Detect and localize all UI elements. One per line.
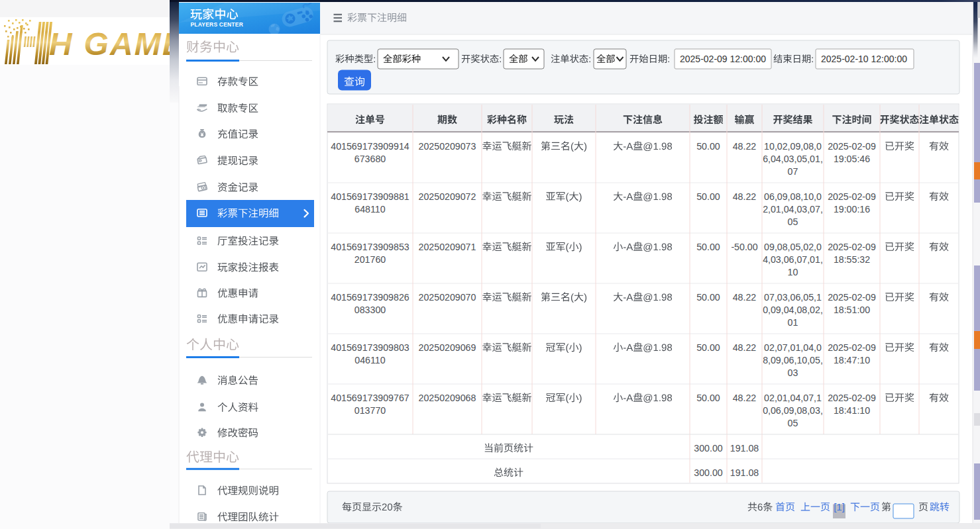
svg-text:2025-02-10 12:00:00: 2025-02-10 12:00:00 (821, 54, 907, 64)
svg-text:10,02,09,08,0: 10,02,09,08,0 (764, 141, 822, 152)
svg-text:20250209068: 20250209068 (419, 393, 476, 403)
svg-text:673680: 673680 (354, 154, 386, 164)
svg-text:07: 07 (788, 166, 798, 177)
svg-text:[1]: [1] (834, 501, 845, 512)
svg-text:50.00: 50.00 (696, 342, 720, 353)
svg-text:48.22: 48.22 (733, 342, 757, 353)
svg-text:PLAYERS CENTER: PLAYERS CENTER (191, 21, 243, 28)
svg-text:-50.00: -50.00 (731, 242, 757, 252)
svg-text:6,04,03,05,01,: 6,04,03,05,01, (763, 154, 823, 164)
svg-text:05: 05 (788, 418, 798, 428)
svg-text:50.00: 50.00 (696, 141, 720, 152)
svg-text:20250209071: 20250209071 (419, 242, 476, 252)
svg-text:013770: 013770 (354, 405, 386, 416)
svg-text:05: 05 (788, 216, 798, 227)
svg-text:50.00: 50.00 (696, 393, 720, 403)
svg-text:48.22: 48.22 (733, 191, 757, 202)
svg-text:03: 03 (788, 367, 798, 378)
svg-text:2025-02-09: 2025-02-09 (828, 242, 876, 252)
svg-text:18:47:10: 18:47:10 (834, 355, 870, 365)
svg-text:401569173909803: 401569173909803 (331, 342, 409, 353)
svg-text:48.22: 48.22 (733, 393, 757, 403)
svg-text:2025-02-09: 2025-02-09 (828, 342, 876, 353)
svg-text:06,09,08,10,0: 06,09,08,10,0 (764, 191, 822, 202)
svg-text:10: 10 (788, 267, 798, 277)
svg-text:401569173909881: 401569173909881 (331, 191, 409, 202)
svg-text:09,08,05,02,0: 09,08,05,02,0 (764, 242, 822, 252)
svg-text:02,07,01,04,0: 02,07,01,04,0 (764, 342, 822, 353)
svg-text:300.00: 300.00 (694, 467, 723, 478)
svg-text:50.00: 50.00 (696, 191, 720, 202)
svg-text:50.00: 50.00 (696, 292, 720, 303)
svg-text:01: 01 (788, 317, 798, 328)
svg-text:02,01,04,07,1: 02,01,04,07,1 (764, 393, 822, 403)
svg-text:07,03,06,05,1: 07,03,06,05,1 (764, 292, 822, 303)
svg-text:48.22: 48.22 (733, 141, 757, 152)
svg-text:20250209072: 20250209072 (419, 191, 476, 202)
svg-text:191.08: 191.08 (730, 467, 759, 478)
svg-text:2025-02-09: 2025-02-09 (828, 141, 876, 152)
svg-text:648110: 648110 (354, 204, 385, 215)
svg-text:0,09,04,08,02,: 0,09,04,08,02, (763, 305, 823, 315)
svg-text:0,06,09,08,03,: 0,06,09,08,03, (763, 405, 823, 416)
svg-text:2025-02-09: 2025-02-09 (828, 191, 876, 202)
svg-text:2025-02-09: 2025-02-09 (828, 393, 876, 403)
svg-text:191.08: 191.08 (730, 443, 759, 454)
svg-text:20250209069: 20250209069 (419, 342, 476, 353)
svg-text:8,09,06,10,05,: 8,09,06,10,05, (763, 355, 823, 365)
svg-text:083300: 083300 (354, 305, 386, 315)
svg-text:2025-02-09 12:00:00: 2025-02-09 12:00:00 (680, 54, 766, 64)
svg-text:4,03,06,07,01,: 4,03,06,07,01, (763, 254, 823, 265)
svg-text:20250209073: 20250209073 (419, 141, 476, 152)
svg-text:2,01,04,03,07,: 2,01,04,03,07, (763, 204, 823, 215)
svg-text:18:41:10: 18:41:10 (834, 405, 870, 416)
svg-text:300.00: 300.00 (694, 443, 723, 454)
svg-text:18:51:00: 18:51:00 (834, 305, 870, 315)
svg-text:H GAME: H GAME (49, 26, 185, 62)
svg-text:401569173909914: 401569173909914 (331, 141, 409, 152)
svg-text:48.22: 48.22 (733, 292, 757, 303)
svg-text:19:05:46: 19:05:46 (834, 154, 870, 164)
svg-text:50.00: 50.00 (696, 242, 720, 252)
svg-text:19:00:16: 19:00:16 (834, 204, 870, 215)
svg-text:20250209070: 20250209070 (419, 292, 476, 303)
svg-text:401569173909826: 401569173909826 (331, 292, 409, 303)
svg-text:18:55:32: 18:55:32 (834, 254, 870, 265)
svg-text:201760: 201760 (354, 254, 386, 265)
svg-text:401569173909853: 401569173909853 (331, 242, 409, 252)
svg-text:046110: 046110 (354, 355, 385, 365)
svg-text:401569173909767: 401569173909767 (331, 393, 409, 403)
svg-text:2025-02-09: 2025-02-09 (828, 292, 876, 303)
